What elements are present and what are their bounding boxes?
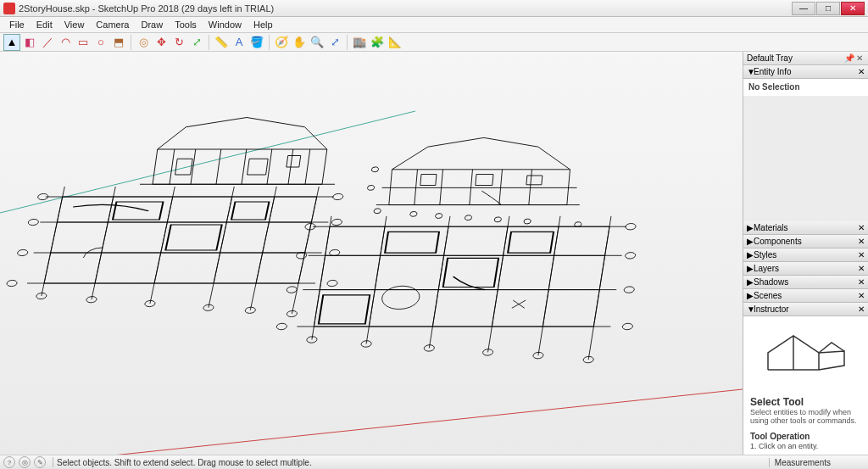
chevron-down-icon: ▼ [747, 67, 754, 76]
panel-label: Layers [754, 264, 858, 273]
offset-icon[interactable]: ◎ [135, 34, 152, 51]
menu-tools[interactable]: Tools [169, 18, 203, 31]
menu-window[interactable]: Window [203, 18, 248, 31]
panel-label: Scenes [754, 291, 858, 300]
toolbar-separator [269, 35, 270, 50]
panel-label: Materials [754, 223, 858, 232]
measurements-label: Measurements [769, 458, 865, 467]
paint-icon[interactable]: 🪣 [248, 34, 265, 51]
menu-camera[interactable]: Camera [90, 18, 135, 31]
extension-icon[interactable]: 🧩 [369, 34, 386, 51]
close-panel-icon[interactable]: ✕ [858, 250, 865, 260]
chevron-right-icon: ▶ [747, 250, 754, 260]
chevron-down-icon: ▼ [747, 304, 754, 314]
default-tray: Default Tray 📌 ✕ ▼ Entity Info ✕ No Sele… [743, 52, 868, 455]
select-icon[interactable]: ▲ [3, 34, 20, 51]
menu-file[interactable]: File [3, 18, 31, 31]
zoom-icon[interactable]: 🔍 [309, 34, 326, 51]
pan-icon[interactable]: ✋ [291, 34, 308, 51]
instructor-subtitle: Select entities to modify when using oth… [750, 408, 861, 425]
minimize-button[interactable]: — [792, 2, 815, 15]
close-button[interactable]: ✕ [841, 2, 865, 15]
circle-icon[interactable]: ○ [92, 34, 109, 51]
chevron-right-icon: ▶ [747, 237, 754, 246]
chevron-right-icon: ▶ [747, 277, 754, 287]
close-panel-icon[interactable]: ✕ [858, 304, 865, 314]
toolbar: ▲◧／◠▭○⬒◎✥↻⤢📏A🪣🧭✋🔍⤢🏬🧩📐 [0, 33, 868, 52]
toolbar-separator [131, 35, 131, 50]
instructor-title: Select Tool [750, 396, 861, 408]
panel-label: Shadows [754, 277, 858, 287]
close-panel-icon[interactable]: ✕ [858, 277, 865, 287]
window-title: 2StoryHouse.skp - SketchUp Pro 2018 (29 … [19, 3, 792, 14]
rectangle-icon[interactable]: ▭ [75, 34, 92, 51]
eraser-icon[interactable]: ◧ [21, 34, 38, 51]
menu-view[interactable]: View [58, 18, 91, 31]
instructor-body: Select Tool Select entities to modify wh… [743, 316, 868, 455]
operation-text: 1. Click on an entity. [750, 442, 861, 450]
extents-icon[interactable]: ⤢ [326, 34, 343, 51]
tray-gap [743, 96, 868, 221]
panel-scenes[interactable]: ▶Scenes✕ [743, 289, 868, 303]
rotate-icon[interactable]: ↻ [170, 34, 187, 51]
tape-icon[interactable]: 📏 [213, 34, 230, 51]
credits-icon[interactable]: ✎ [34, 456, 46, 468]
maximize-button[interactable]: □ [816, 2, 840, 15]
close-panel-icon[interactable]: ✕ [858, 237, 865, 246]
panel-entity-info[interactable]: ▼ Entity Info ✕ [743, 65, 868, 79]
panel-components[interactable]: ▶Components✕ [743, 235, 868, 248]
line-icon[interactable]: ／ [39, 34, 56, 51]
operation-heading: Tool Operation [750, 432, 861, 441]
app-icon [3, 3, 15, 14]
entity-info-body: No Selection [743, 79, 868, 96]
scale-icon[interactable]: ⤢ [188, 34, 205, 51]
titlebar: 2StoryHouse.skp - SketchUp Pro 2018 (29 … [0, 0, 868, 17]
help-icon[interactable]: ? [3, 456, 15, 468]
svg-rect-0 [0, 52, 743, 455]
chevron-right-icon: ▶ [747, 291, 754, 300]
statusbar: ? ◎ ✎ Select objects. Shift to extend se… [0, 455, 868, 469]
panel-styles[interactable]: ▶Styles✕ [743, 248, 868, 262]
toolbar-separator [209, 35, 209, 50]
move-icon[interactable]: ✥ [153, 34, 170, 51]
drawing-canvas [0, 52, 743, 455]
menu-help[interactable]: Help [248, 18, 279, 31]
chevron-right-icon: ▶ [747, 223, 754, 232]
pin-icon[interactable]: 📌 [844, 53, 854, 64]
text-icon[interactable]: A [231, 34, 248, 51]
window-buttons: — □ ✕ [792, 2, 865, 15]
tray-header[interactable]: Default Tray 📌 ✕ [743, 52, 868, 65]
panel-layers[interactable]: ▶Layers✕ [743, 262, 868, 276]
arc-icon[interactable]: ◠ [57, 34, 74, 51]
viewport[interactable] [0, 52, 743, 455]
panel-label: Components [754, 237, 858, 246]
close-tray-icon[interactable]: ✕ [854, 53, 865, 64]
close-panel-icon[interactable]: ✕ [858, 67, 865, 76]
menu-draw[interactable]: Draw [135, 18, 169, 31]
panel-materials[interactable]: ▶Materials✕ [743, 221, 868, 235]
instructor-illustration [750, 323, 861, 391]
entity-info-label: Entity Info [754, 67, 858, 76]
panel-label: Instructor [754, 304, 858, 314]
panel-instructor[interactable]: ▼Instructor✕ [743, 303, 868, 316]
panel-shadows[interactable]: ▶Shadows✕ [743, 276, 868, 289]
tray-title: Default Tray [747, 53, 844, 63]
close-panel-icon[interactable]: ✕ [858, 223, 865, 232]
close-panel-icon[interactable]: ✕ [858, 291, 865, 300]
warehouse-icon[interactable]: 🏬 [351, 34, 368, 51]
status-text: Select objects. Shift to extend select. … [57, 458, 769, 467]
panel-label: Styles [754, 250, 858, 260]
menu-edit[interactable]: Edit [31, 18, 58, 31]
orbit-icon[interactable]: 🧭 [273, 34, 290, 51]
toolbar-separator [347, 35, 348, 50]
main: Default Tray 📌 ✕ ▼ Entity Info ✕ No Sele… [0, 52, 868, 455]
chevron-right-icon: ▶ [747, 264, 754, 273]
geolocation-icon[interactable]: ◎ [19, 456, 31, 468]
layout-icon[interactable]: 📐 [387, 34, 403, 51]
no-selection-text: No Selection [748, 82, 800, 92]
menubar: FileEditViewCameraDrawToolsWindowHelp [0, 17, 868, 33]
pushpull-icon[interactable]: ⬒ [110, 34, 127, 51]
close-panel-icon[interactable]: ✕ [858, 264, 865, 273]
collapsed-panels: ▶Materials✕▶Components✕▶Styles✕▶Layers✕▶… [743, 221, 868, 316]
